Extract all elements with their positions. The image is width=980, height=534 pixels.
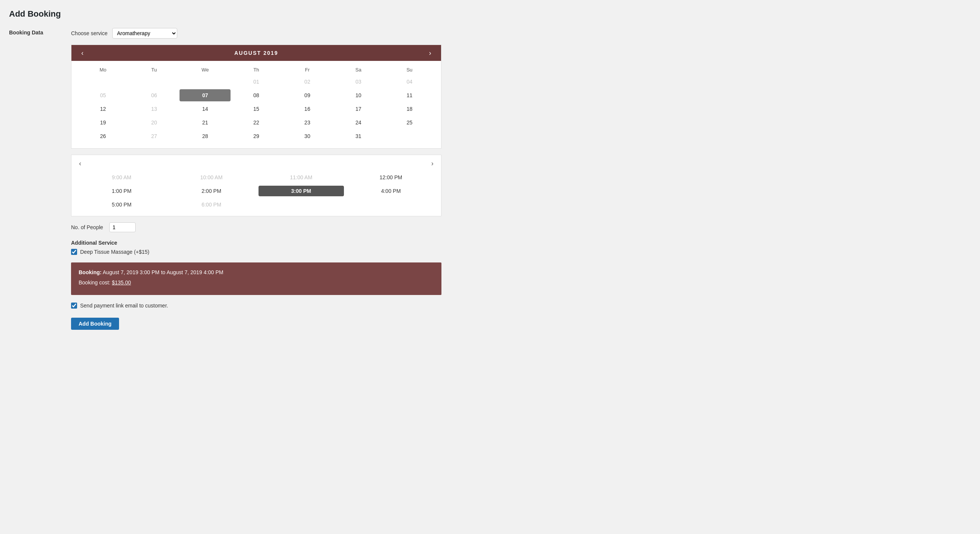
additional-service-title: Additional Service [71,240,441,246]
service-row: Choose service Aromatherapy Swedish Mass… [71,28,441,38]
day-header-th: Th [231,67,282,73]
calendar-day: 01 [231,76,282,88]
booking-data-label: Booking Data [9,28,62,330]
time-container: ‹ › 9:00 AM10:00 AM11:00 AM12:00 PM1:00 … [71,155,441,216]
payment-checkbox[interactable] [71,303,77,309]
day-header-tu: Tu [129,67,180,73]
calendar-day: 06 [129,89,180,101]
calendar-day[interactable]: 19 [78,116,129,129]
calendar-day: 03 [333,76,384,88]
time-slot[interactable]: 2:00 PM [169,186,255,196]
calendar-day[interactable]: 15 [231,103,282,115]
calendar-day[interactable]: 07 [180,89,231,101]
time-slot: 6:00 PM [169,199,255,210]
cost-label: Booking cost: [79,279,110,285]
time-slot[interactable]: 1:00 PM [79,186,164,196]
calendar-day[interactable]: 24 [333,116,384,129]
calendar-day [180,76,231,88]
calendar-day[interactable]: 09 [282,89,333,101]
calendar-header: ‹ AUGUST 2019 › [72,45,441,61]
page-title: Add Booking [9,9,971,19]
calendar-day[interactable]: 22 [231,116,282,129]
day-header-we: We [180,67,231,73]
deep-tissue-checkbox-row: Deep Tissue Massage (+$15) [71,249,441,255]
booking-summary: Booking: August 7, 2019 3:00 PM to Augus… [71,263,441,295]
calendar-day [78,76,129,88]
calendar-day[interactable]: 28 [180,130,231,142]
calendar-day[interactable]: 08 [231,89,282,101]
calendar-month-title: AUGUST 2019 [234,50,278,56]
calendar-day[interactable]: 17 [333,103,384,115]
calendar-day[interactable]: 11 [384,89,435,101]
calendar-day: 04 [384,76,435,88]
people-field-row: No. of People [71,222,441,232]
time-slots-grid: 9:00 AM10:00 AM11:00 AM12:00 PM1:00 PM2:… [79,172,433,210]
calendar-day [129,76,180,88]
calendar-next-button[interactable]: › [427,49,433,56]
service-select[interactable]: Aromatherapy Swedish Massage Deep Tissue [112,28,177,38]
calendar-day: 02 [282,76,333,88]
time-slot: 10:00 AM [169,172,255,183]
time-prev-button[interactable]: ‹ [79,159,81,167]
payment-checkbox-row: Send payment link email to customer. [71,303,441,309]
booking-content: Choose service Aromatherapy Swedish Mass… [71,28,441,330]
calendar-day: 05 [78,89,129,101]
time-next-button[interactable]: › [431,159,433,167]
choose-service-label: Choose service [71,30,108,36]
calendar-day[interactable]: 31 [333,130,384,142]
calendar-day [384,130,435,142]
time-slot[interactable]: 12:00 PM [348,172,434,183]
time-slot: 9:00 AM [79,172,164,183]
payment-checkbox-label[interactable]: Send payment link email to customer. [80,303,168,309]
day-header-sa: Sa [333,67,384,73]
calendar-day[interactable]: 18 [384,103,435,115]
day-header-mo: Mo [78,67,129,73]
day-header-su: Su [384,67,435,73]
calendar-prev-button[interactable]: ‹ [79,49,86,56]
time-slot: 11:00 AM [259,172,344,183]
calendar-day: 20 [129,116,180,129]
calendar-day[interactable]: 21 [180,116,231,129]
time-slot[interactable]: 4:00 PM [348,186,434,196]
cost-value-link[interactable]: $135.00 [112,279,131,285]
calendar-day[interactable]: 14 [180,103,231,115]
deep-tissue-label[interactable]: Deep Tissue Massage (+$15) [80,249,149,255]
deep-tissue-checkbox[interactable] [71,249,77,255]
add-booking-button[interactable]: Add Booking [71,318,119,330]
calendar-day[interactable]: 23 [282,116,333,129]
calendar-days-header: Mo Tu We Th Fr Sa Su [78,64,435,76]
booking-dates-line: Booking: August 7, 2019 3:00 PM to Augus… [79,268,434,276]
additional-service-section: Additional Service Deep Tissue Massage (… [71,240,441,255]
booking-dates-value: August 7, 2019 3:00 PM to August 7, 2019… [103,269,223,275]
time-header: ‹ › [79,159,433,167]
calendar-day[interactable]: 10 [333,89,384,101]
calendar-day: 13 [129,103,180,115]
calendar-day: 27 [129,130,180,142]
time-slot[interactable]: 3:00 PM [259,186,344,196]
calendar-day[interactable]: 26 [78,130,129,142]
calendar-day[interactable]: 25 [384,116,435,129]
calendar-weeks: 0102030405060708091011121314151617181920… [78,76,435,142]
calendar-day[interactable]: 12 [78,103,129,115]
calendar-container: ‹ AUGUST 2019 › Mo Tu We Th Fr Sa Su 010… [71,45,441,148]
calendar-grid: Mo Tu We Th Fr Sa Su 0102030405060708091… [72,61,441,148]
people-input[interactable] [109,222,136,232]
booking-cost-line: Booking cost: $135.00 [79,279,434,287]
calendar-day[interactable]: 16 [282,103,333,115]
time-slot[interactable]: 5:00 PM [79,199,164,210]
calendar-day[interactable]: 29 [231,130,282,142]
booking-section: Booking Data Choose service Aromatherapy… [9,28,971,330]
booking-label: Booking: [79,269,102,275]
calendar-day[interactable]: 30 [282,130,333,142]
day-header-fr: Fr [282,67,333,73]
people-label: No. of People [71,224,103,230]
